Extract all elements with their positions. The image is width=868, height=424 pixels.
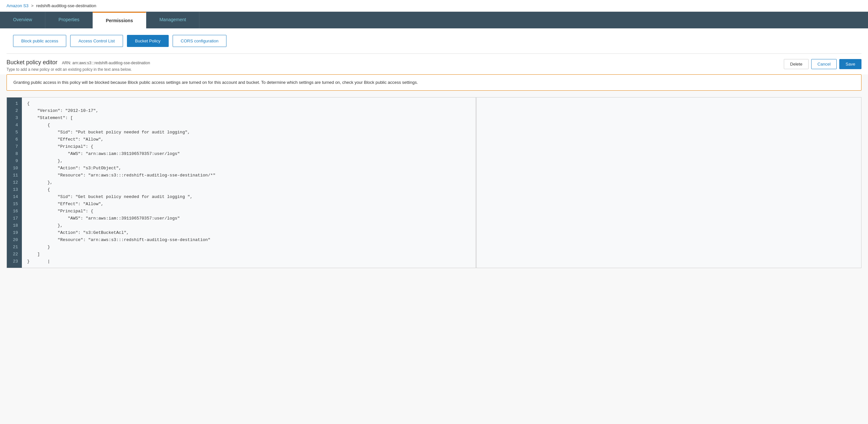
line-number-20: 20 xyxy=(7,236,22,243)
line-number-17: 17 xyxy=(7,215,22,222)
line-number-3: 3 xyxy=(7,115,22,122)
line-number-23: 23 xyxy=(7,258,22,265)
breadcrumb-separator: > xyxy=(31,3,34,8)
breadcrumb: Amazon S3 > redshift-auditlog-sse-destin… xyxy=(0,0,868,12)
line-number-11: 11 xyxy=(7,172,22,179)
line-number-5: 5 xyxy=(7,129,22,136)
line-number-1: 1 xyxy=(7,100,22,107)
line-number-9: 9 xyxy=(7,158,22,165)
editor-title: Bucket policy editor xyxy=(6,59,57,66)
page-content: Block public access Access Control List … xyxy=(0,28,868,54)
line-number-6: 6 xyxy=(7,136,22,143)
line-number-2: 2 xyxy=(7,107,22,115)
line-number-15: 15 xyxy=(7,201,22,208)
editor-subtitle: Type to add a new policy or edit an exis… xyxy=(6,67,150,72)
editor-title-area: Bucket policy editor ARN: arn:aws:s3:::r… xyxy=(6,59,150,72)
code-editor[interactable]: 1234567891011121314151617181920212223 { … xyxy=(6,97,862,268)
tab-permissions[interactable]: Permissions xyxy=(93,12,146,28)
line-number-21: 21 xyxy=(7,243,22,251)
main-tab-bar: Overview Properties Permissions Manageme… xyxy=(0,12,868,28)
line-number-7: 7 xyxy=(7,143,22,150)
sub-tab-access-control-list[interactable]: Access Control List xyxy=(70,35,123,47)
editor-arn: ARN: arn:aws:s3:::redshift-auditlog-sse-… xyxy=(62,61,150,65)
tab-management[interactable]: Management xyxy=(146,12,199,28)
cancel-button[interactable]: Cancel xyxy=(811,59,837,69)
line-number-13: 13 xyxy=(7,186,22,193)
delete-button[interactable]: Delete xyxy=(784,59,809,69)
breadcrumb-link-s3[interactable]: Amazon S3 xyxy=(6,3,28,8)
code-content-area[interactable]: { "Version": "2012-10-17", "Statement": … xyxy=(22,98,475,268)
editor-header: Bucket policy editor ARN: arn:aws:s3:::r… xyxy=(0,54,868,74)
sub-tab-cors-configuration[interactable]: CORS configuration xyxy=(173,35,227,47)
editor-right-panel xyxy=(477,98,861,268)
sub-tab-bucket-policy[interactable]: Bucket Policy xyxy=(127,35,169,47)
line-number-8: 8 xyxy=(7,150,22,158)
line-numbers: 1234567891011121314151617181920212223 xyxy=(7,98,22,268)
line-number-16: 16 xyxy=(7,208,22,215)
line-number-10: 10 xyxy=(7,165,22,172)
tab-properties[interactable]: Properties xyxy=(45,12,93,28)
line-number-22: 22 xyxy=(7,251,22,258)
sub-tab-bar: Block public access Access Control List … xyxy=(6,28,862,54)
line-number-18: 18 xyxy=(7,222,22,229)
save-button[interactable]: Save xyxy=(839,59,862,69)
sub-tab-block-public-access[interactable]: Block public access xyxy=(13,35,66,47)
line-number-12: 12 xyxy=(7,179,22,186)
line-number-14: 14 xyxy=(7,193,22,201)
warning-banner: Granting public access in this policy wi… xyxy=(6,74,862,91)
line-number-4: 4 xyxy=(7,122,22,129)
line-number-19: 19 xyxy=(7,229,22,236)
editor-actions: Delete Cancel Save xyxy=(784,59,862,69)
breadcrumb-current: redshift-auditlog-sse-destination xyxy=(36,3,96,8)
tab-overview[interactable]: Overview xyxy=(0,12,45,28)
